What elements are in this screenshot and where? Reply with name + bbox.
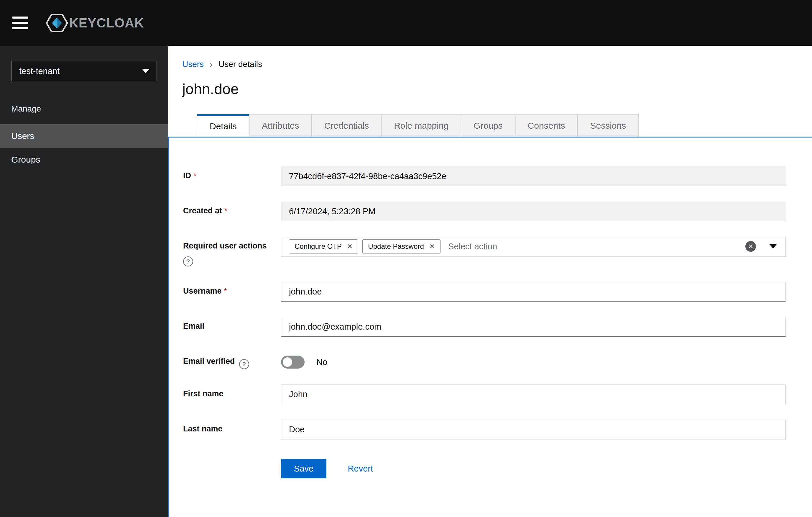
email-input[interactable] xyxy=(281,317,786,337)
revert-button[interactable]: Revert xyxy=(348,464,373,473)
field-label: ID xyxy=(183,171,191,180)
user-details-form: ID* Created at* Required user actions xyxy=(169,137,812,478)
tab-role-mapping[interactable]: Role mapping xyxy=(381,114,461,137)
select-placeholder: Select action xyxy=(448,242,497,251)
field-label: First name xyxy=(183,389,224,398)
masthead: KEYCLOAK xyxy=(0,0,812,46)
field-label: Username xyxy=(183,287,222,295)
form-row-last-name: Last name xyxy=(183,419,786,439)
tab-attributes[interactable]: Attributes xyxy=(249,114,312,137)
breadcrumb-separator-icon: › xyxy=(210,59,212,69)
menu-toggle-icon[interactable] xyxy=(12,13,28,32)
form-row-username: Username* xyxy=(183,282,786,302)
tab-label: Attributes xyxy=(262,121,299,131)
first-name-input[interactable] xyxy=(281,384,786,404)
tab-consents[interactable]: Consents xyxy=(515,114,578,137)
save-button[interactable]: Save xyxy=(281,459,326,478)
required-asterisk: * xyxy=(194,171,196,180)
tab-bar: Details Attributes Credentials Role mapp… xyxy=(168,114,812,137)
required-asterisk: * xyxy=(224,287,227,295)
field-label: Required user actions xyxy=(183,241,267,250)
breadcrumb-current: User details xyxy=(219,60,262,69)
tab-label: Sessions xyxy=(590,121,626,131)
sidebar-item-label: Groups xyxy=(11,155,40,165)
sidebar-item-label: Users xyxy=(11,131,34,141)
field-label: Email verified xyxy=(183,357,235,365)
toggle-knob xyxy=(283,357,292,367)
tab-sessions[interactable]: Sessions xyxy=(577,114,639,137)
chip-remove-icon[interactable]: ✕ xyxy=(347,243,353,250)
chip-label: Update Password xyxy=(368,242,424,250)
form-row-email: Email xyxy=(183,317,786,337)
tab-details[interactable]: Details xyxy=(197,114,249,137)
brand-text: KEYCLOAK xyxy=(69,16,144,30)
last-name-input[interactable] xyxy=(281,419,786,439)
help-icon[interactable]: ? xyxy=(239,359,249,369)
breadcrumb: Users › User details xyxy=(182,59,812,69)
tab-label: Groups xyxy=(473,121,502,131)
form-row-first-name: First name xyxy=(183,384,786,404)
required-user-actions-select[interactable]: Configure OTP ✕ Update Password ✕ Select… xyxy=(281,237,786,256)
main-content: Users › User details john.doe Details At… xyxy=(168,46,812,517)
field-label: Created at xyxy=(183,206,222,215)
tab-label: Role mapping xyxy=(394,121,448,131)
chevron-down-icon[interactable] xyxy=(770,244,777,248)
tab-groups[interactable]: Groups xyxy=(461,114,515,137)
chip-configure-otp: Configure OTP ✕ xyxy=(289,239,358,253)
username-input[interactable] xyxy=(281,282,786,302)
form-row-created-at: Created at* xyxy=(183,201,786,221)
form-actions: Save Revert xyxy=(183,459,786,478)
tab-credentials[interactable]: Credentials xyxy=(311,114,381,137)
field-label: Email xyxy=(183,322,204,330)
page-title: john.doe xyxy=(182,81,812,98)
created-at-input[interactable] xyxy=(281,201,786,221)
required-asterisk: * xyxy=(224,206,227,215)
breadcrumb-link-users[interactable]: Users xyxy=(182,60,204,69)
chip-remove-icon[interactable]: ✕ xyxy=(429,243,435,250)
tab-label: Details xyxy=(210,121,237,131)
id-input[interactable] xyxy=(281,166,786,186)
nav-section-label: Manage xyxy=(11,104,168,114)
realm-selector-value: test-tenant xyxy=(19,66,60,76)
form-row-id: ID* xyxy=(183,166,786,186)
tab-panel-details: ID* Created at* Required user actions xyxy=(168,137,812,517)
email-verified-toggle[interactable] xyxy=(281,356,304,369)
clear-selection-icon[interactable]: ✕ xyxy=(745,241,756,252)
chip-update-password: Update Password ✕ xyxy=(362,239,440,253)
toggle-state-label: No xyxy=(316,357,327,367)
form-row-required-user-actions: Required user actions ? Configure OTP ✕ … xyxy=(183,237,786,267)
chip-label: Configure OTP xyxy=(294,242,342,250)
tab-label: Consents xyxy=(528,121,565,131)
form-row-email-verified: Email verified? No xyxy=(183,352,786,369)
help-icon[interactable]: ? xyxy=(183,256,193,267)
sidebar-nav: Users Groups xyxy=(0,124,168,171)
keycloak-logo-icon xyxy=(46,13,68,32)
chevron-down-icon xyxy=(142,69,149,73)
sidebar-item-users[interactable]: Users xyxy=(0,124,168,148)
sidebar-item-groups[interactable]: Groups xyxy=(0,148,168,171)
field-label: Last name xyxy=(183,424,223,433)
keycloak-logo: KEYCLOAK xyxy=(46,13,144,32)
sidebar: test-tenant Manage Users Groups xyxy=(0,46,168,517)
realm-selector[interactable]: test-tenant xyxy=(11,61,157,81)
tab-label: Credentials xyxy=(324,121,369,131)
